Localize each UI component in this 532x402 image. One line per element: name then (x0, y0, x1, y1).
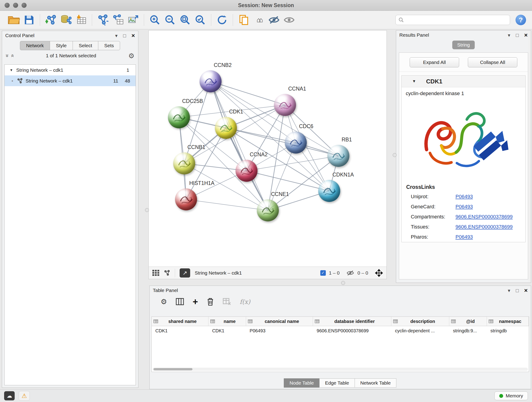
network-node-hist1h1a[interactable] (175, 188, 197, 211)
panel-float-icon[interactable]: □ (516, 33, 519, 38)
network-node-ccne1[interactable] (257, 199, 279, 221)
show-panel-button[interactable] (282, 13, 297, 27)
network-table-tools-button[interactable] (110, 13, 126, 27)
splitter-handle[interactable] (341, 281, 345, 285)
tab-string[interactable]: String (452, 41, 475, 49)
open-session-button[interactable] (6, 13, 22, 27)
search-input[interactable] (406, 17, 510, 23)
network-node-ccnb1[interactable] (173, 153, 195, 174)
crosslink-link[interactable]: P06493 (456, 194, 473, 200)
column-header-namespac[interactable]: namespac (487, 317, 529, 326)
crosslink-link[interactable]: 9606.ENSP00000378699 (456, 214, 513, 220)
selected-checkbox-icon[interactable]: ✓ (320, 270, 326, 276)
splitter-handle[interactable] (145, 208, 149, 212)
show-columns-icon[interactable] (176, 298, 184, 305)
tab-edge-table[interactable]: Edge Table (319, 378, 355, 388)
apply-layout-button[interactable] (215, 13, 230, 27)
network-node-cdk1[interactable] (215, 117, 237, 139)
column-header-description[interactable]: description (391, 317, 449, 326)
table-cell[interactable]: CDK1 (152, 328, 209, 333)
delete-column-trash-icon[interactable] (207, 298, 214, 306)
panel-menu-icon[interactable]: ▾ (115, 33, 118, 38)
tab-network[interactable]: Network (20, 41, 50, 50)
minimize-window-button[interactable] (13, 3, 18, 8)
cloud-status-button[interactable]: ☁ (4, 391, 15, 400)
tree-expand-icon[interactable]: ▼ (10, 68, 13, 72)
expand-all-button[interactable]: Expand All (410, 57, 459, 67)
import-network-from-database-button[interactable] (58, 13, 74, 27)
network-overview-icon[interactable] (164, 270, 170, 276)
results-scrollbar[interactable] (528, 31, 531, 282)
gear-icon[interactable]: ⚙ (128, 52, 134, 60)
tab-node-table[interactable]: Node Table (284, 378, 320, 388)
close-window-button[interactable] (5, 3, 10, 8)
column-header-shared-name[interactable]: shared name (152, 317, 209, 326)
annotation-export-button[interactable]: ↗ (180, 268, 190, 278)
table-cell[interactable]: 9606.ENSP00000378699 (313, 328, 391, 333)
expand-all-networks-icon[interactable]: » (9, 54, 15, 57)
network-node-cdc6[interactable] (285, 132, 307, 153)
tab-sets[interactable]: Sets (98, 41, 120, 50)
network-node-ccnb2[interactable] (200, 70, 222, 92)
memory-button[interactable]: Memory (494, 391, 528, 400)
panel-menu-icon[interactable]: ▾ (508, 288, 510, 293)
pan-move-icon[interactable] (375, 269, 383, 277)
network-edge[interactable] (226, 128, 338, 156)
help-button[interactable]: ? (515, 15, 526, 25)
column-header-@id[interactable]: @id (449, 317, 487, 326)
tab-network-table[interactable]: Network Table (355, 378, 396, 388)
grid-view-icon[interactable] (152, 270, 159, 276)
network-row[interactable]: ● String Network – cdk1 11 48 (5, 75, 136, 86)
table-cell[interactable]: stringdb (487, 328, 529, 333)
crosslink-link[interactable]: P06493 (456, 204, 473, 210)
network-edge[interactable] (210, 81, 268, 211)
column-header-canonical-name[interactable]: canonical name (246, 317, 313, 326)
add-column-icon[interactable]: + (193, 298, 198, 305)
network-edge[interactable] (186, 199, 268, 211)
panel-close-icon[interactable]: × (524, 32, 528, 39)
network-node-rb1[interactable] (327, 145, 349, 167)
zoom-fit-button[interactable] (177, 13, 193, 27)
table-cell[interactable]: CDK1 (209, 328, 246, 333)
network-collection-row[interactable]: ▼ String Network – cdk1 1 (5, 65, 136, 75)
protein-entry-header[interactable]: ▼ CDK1 (402, 76, 525, 87)
import-table-from-file-button[interactable] (74, 13, 89, 27)
table-settings-gear-icon[interactable]: ⚙ (161, 298, 167, 306)
panel-close-icon[interactable]: × (524, 287, 528, 294)
zoom-out-button[interactable] (162, 13, 177, 27)
annotation-mode-button[interactable] (236, 13, 251, 27)
new-network-button[interactable] (95, 13, 110, 27)
scrollbar-thumb[interactable] (153, 368, 192, 370)
zoom-in-button[interactable] (147, 13, 162, 27)
network-edge[interactable] (247, 171, 329, 191)
zoom-selected-button[interactable] (193, 13, 208, 27)
tab-style[interactable]: Style (50, 41, 73, 50)
zoom-window-button[interactable] (22, 3, 27, 8)
network-canvas[interactable]: CCNB2 CCNA1 CDC25B CDK1 CDC6 RB1 CCNB1 C… (149, 31, 386, 267)
import-network-from-file-button[interactable] (43, 13, 58, 27)
network-node-ccna2[interactable] (235, 160, 258, 182)
warnings-button[interactable]: ⚠ (19, 391, 30, 401)
table-horizontal-scrollbar[interactable] (152, 368, 528, 371)
table-row[interactable]: CDK1CDK1P064939606.ENSP00000378699cyclin… (152, 326, 529, 335)
panel-float-icon[interactable]: □ (123, 33, 126, 38)
save-session-button[interactable] (22, 13, 37, 27)
network-node-ccna1[interactable] (274, 94, 296, 116)
hide-panel-button[interactable] (266, 13, 282, 27)
column-header-name[interactable]: name (209, 317, 246, 326)
birds-eye-view-button[interactable]: ⌂⌂ (251, 13, 266, 27)
column-header-database-identifier[interactable]: database identifier (313, 317, 391, 326)
crosslink-link[interactable]: P06493 (456, 234, 473, 240)
network-node-cdkn1a[interactable] (318, 180, 340, 202)
table-cell[interactable]: P06493 (246, 328, 313, 333)
splitter-handle[interactable] (393, 153, 397, 157)
crosslink-link[interactable]: 9606.ENSP00000378699 (456, 224, 513, 230)
table-cell[interactable]: stringdb:9... (449, 328, 487, 333)
network-node-cdc25b[interactable] (168, 106, 190, 128)
panel-close-icon[interactable]: × (132, 32, 135, 39)
table-cell[interactable]: cyclin-dependent ... (391, 328, 449, 333)
export-image-button[interactable] (126, 13, 141, 27)
entry-expand-icon[interactable]: ▼ (412, 79, 416, 84)
tab-select[interactable]: Select (73, 41, 98, 50)
panel-menu-icon[interactable]: ▾ (508, 33, 510, 38)
